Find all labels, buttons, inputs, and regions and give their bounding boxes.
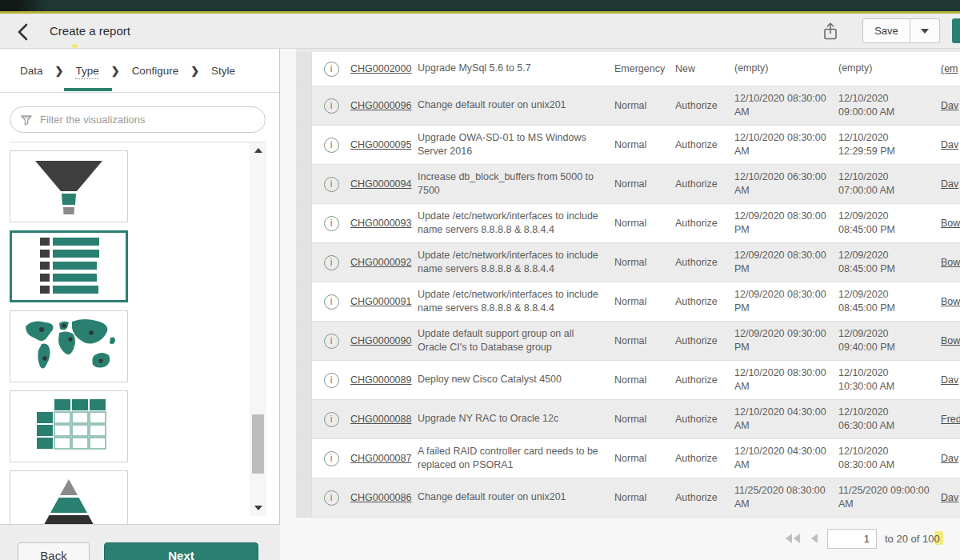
info-cell	[312, 138, 350, 153]
info-icon[interactable]	[324, 490, 339, 506]
back-button[interactable]: Back	[18, 542, 90, 560]
end-date-value: 11/25/2020 09:00:00 AM	[838, 484, 941, 512]
step-type[interactable]: Type	[75, 65, 98, 77]
assigned-to-link[interactable]: Dav	[941, 374, 960, 386]
change-table: CHG0002000 Upgrade MySql 5.6 to 5.7 Emer…	[296, 52, 960, 518]
end-date-value: 12/10/2020 06:30:00 AM	[838, 406, 941, 434]
start-date-value: 12/10/2020 04:30:00 AM	[734, 445, 838, 473]
filter-input[interactable]	[40, 114, 255, 126]
save-menu-button[interactable]	[910, 18, 940, 43]
page-number-input[interactable]	[827, 529, 877, 549]
info-icon[interactable]	[324, 255, 339, 270]
step-style[interactable]: Style	[211, 65, 235, 77]
table-row: CHG0000094 Increase db_block_buffers fro…	[296, 165, 960, 204]
change-number-link[interactable]: CHG0000096	[350, 100, 418, 111]
page-title: Create a report	[50, 24, 130, 38]
change-number-link[interactable]: CHG0000093	[350, 218, 418, 229]
viz-thumbnail-horizontal-bars[interactable]	[10, 230, 128, 302]
change-number-link[interactable]: CHG0000087	[350, 453, 418, 464]
change-number-link[interactable]: CHG0000089	[350, 374, 418, 386]
priority-value: Normal	[614, 453, 675, 464]
info-cell	[312, 62, 350, 77]
assigned-to-link[interactable]: Bow	[941, 218, 960, 229]
info-icon[interactable]	[324, 216, 339, 231]
assigned-to-link[interactable]: Bow	[941, 335, 960, 346]
info-cell	[312, 373, 350, 388]
info-icon[interactable]	[324, 294, 339, 310]
share-export-icon[interactable]	[821, 21, 842, 43]
info-cell	[312, 412, 350, 427]
table-row: CHG0000089 Deploy new Cisco Catalyst 450…	[296, 361, 960, 400]
viz-thumbnail-world-map[interactable]	[10, 310, 128, 382]
partial-edge-button[interactable]	[952, 18, 960, 43]
assigned-to-link[interactable]: (em	[941, 63, 960, 74]
short-description: Change default router on unix201	[418, 490, 614, 505]
next-button[interactable]: Next	[104, 542, 258, 560]
change-number-link[interactable]: CHG0000086	[350, 492, 418, 503]
state-value: Authorize	[675, 492, 734, 503]
assigned-to-link[interactable]: Dav	[941, 178, 960, 190]
priority-value: Emergency	[614, 63, 675, 74]
change-number-link[interactable]: CHG0002000	[350, 63, 418, 74]
change-number-link[interactable]: CHG0000090	[350, 335, 418, 346]
info-icon[interactable]	[324, 373, 339, 388]
wizard-footer: Back Next	[0, 524, 280, 560]
sidebar-scrollbar[interactable]	[250, 142, 266, 516]
scroll-up-icon[interactable]	[250, 144, 266, 157]
change-number-link[interactable]: CHG0000094	[350, 178, 418, 190]
table-row: CHG0000096 Change default router on unix…	[296, 86, 960, 126]
info-icon[interactable]	[324, 177, 339, 192]
assigned-to-link[interactable]: Dav	[941, 139, 960, 150]
change-number-link[interactable]: CHG0000088	[350, 414, 418, 425]
info-icon[interactable]	[324, 412, 339, 427]
priority-value: Normal	[614, 100, 675, 111]
assigned-to-link[interactable]: Bow	[941, 257, 960, 268]
end-date-value: 12/09/2020 08:45:00 PM	[838, 288, 941, 316]
viz-thumbnail-funnel[interactable]	[10, 150, 128, 222]
viz-thumbnail-pivot-table[interactable]	[10, 390, 128, 462]
table-row: CHG0002000 Upgrade MySql 5.6 to 5.7 Emer…	[296, 52, 960, 86]
priority-value: Normal	[614, 335, 675, 346]
app-header: Create a report Save	[0, 14, 960, 49]
assigned-to-link[interactable]: Dav	[941, 453, 960, 464]
step-data[interactable]: Data	[20, 65, 43, 77]
priority-value: Normal	[614, 218, 675, 229]
info-icon[interactable]	[324, 451, 339, 466]
change-number-link[interactable]: CHG0000092	[350, 257, 418, 268]
end-date-value: 12/09/2020 08:45:00 PM	[838, 249, 941, 277]
info-cell	[312, 294, 350, 310]
short-description: Change default router on unix201	[418, 98, 614, 113]
state-value: Authorize	[675, 218, 734, 229]
assigned-to-link[interactable]: Dav	[941, 100, 960, 111]
row-gutter	[296, 126, 312, 164]
assigned-to-link[interactable]: Bow	[941, 296, 960, 307]
info-icon[interactable]	[324, 62, 339, 77]
assigned-to-link[interactable]: Fred	[941, 414, 960, 425]
change-number-link[interactable]: CHG0000095	[350, 139, 418, 150]
scrollbar-thumb[interactable]	[252, 414, 264, 474]
previous-page-icon[interactable]	[810, 533, 819, 544]
first-page-icon[interactable]	[784, 533, 802, 544]
assigned-to-link[interactable]: Dav	[941, 492, 960, 503]
pivot-table-icon	[21, 394, 117, 458]
save-button[interactable]: Save	[862, 18, 910, 43]
short-description: Update /etc/network/interfaces to includ…	[418, 210, 614, 238]
row-gutter	[296, 322, 312, 360]
chevron-right-icon	[190, 65, 199, 77]
row-gutter	[296, 243, 312, 282]
step-configure[interactable]: Configure	[132, 65, 179, 77]
row-gutter	[296, 400, 312, 438]
info-icon[interactable]	[324, 98, 339, 114]
row-gutter	[296, 86, 312, 125]
info-icon[interactable]	[324, 334, 339, 349]
end-date-value: 12/10/2020 07:00:00 AM	[838, 170, 941, 198]
bar-list-icon	[21, 234, 117, 298]
info-icon[interactable]	[324, 138, 339, 153]
short-description: Increase db_block_buffers from 5000 to 7…	[418, 170, 614, 198]
table-row: CHG0000092 Update /etc/network/interface…	[296, 243, 960, 282]
short-description: Update /etc/network/interfaces to includ…	[418, 249, 614, 277]
back-icon[interactable]	[13, 22, 35, 42]
scroll-down-icon[interactable]	[250, 502, 266, 514]
priority-value: Normal	[614, 257, 675, 268]
change-number-link[interactable]: CHG0000091	[350, 296, 418, 307]
